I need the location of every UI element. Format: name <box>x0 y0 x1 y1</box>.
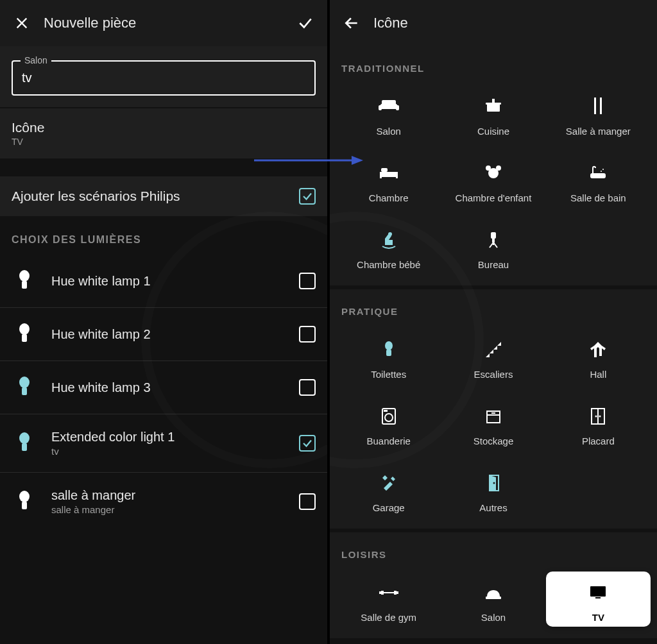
icon-label: Buanderie <box>366 436 410 446</box>
light-name: Hue white lamp 2 <box>51 327 299 342</box>
grid-loisirs: Salle de gymSalonTV <box>330 568 657 638</box>
lights-section-header: CHOIX DES LUMIÈRES <box>0 216 327 255</box>
light-row[interactable]: Hue white lamp 2 <box>0 307 327 360</box>
icon-option-washer[interactable]: Buanderie <box>336 395 441 450</box>
icon-label: Placard <box>582 436 615 446</box>
light-checkbox[interactable] <box>299 493 316 510</box>
icon-option-teddy[interactable]: Chambre d'enfant <box>441 152 545 207</box>
grid-traditionnel: SalonCuisineSalle à mangerChambreChambre… <box>330 81 657 285</box>
icon-option-fork[interactable]: Salle à manger <box>546 85 651 140</box>
icon-option-closet[interactable]: Placard <box>546 395 651 450</box>
light-row[interactable]: Hue white lamp 3 <box>0 360 327 414</box>
icon-label: Cuisine <box>477 126 509 137</box>
icon-label: Chambre bébé <box>357 259 420 270</box>
room-name-field[interactable]: Salon tv <box>12 60 316 96</box>
right-header: Icône <box>330 0 657 46</box>
confirm-icon[interactable] <box>296 14 314 32</box>
light-checkbox[interactable] <box>299 326 316 343</box>
icon-option-pot[interactable]: Cuisine <box>441 85 545 140</box>
svg-rect-36 <box>384 410 388 412</box>
svg-point-42 <box>595 416 597 418</box>
icon-option-bed[interactable]: Chambre <box>336 152 441 207</box>
bed-icon <box>377 159 400 187</box>
svg-rect-9 <box>22 502 27 509</box>
light-checkbox[interactable] <box>299 273 316 289</box>
light-row[interactable]: Hue white lamp 1 <box>0 255 327 307</box>
svg-rect-5 <box>22 387 27 395</box>
lounge-icon <box>482 579 505 607</box>
category-pratique: PRATIQUE <box>330 289 657 325</box>
light-name: Extended color light 1 <box>51 430 299 445</box>
washer-icon <box>377 402 400 430</box>
icon-option-bath[interactable]: Salle de bain <box>546 152 651 207</box>
icon-option-gym[interactable]: Salle de gym <box>336 572 441 627</box>
close-icon[interactable] <box>13 14 31 32</box>
scenario-row[interactable]: Ajouter les scénarios Philips <box>0 176 327 216</box>
icon-label: Salon <box>481 612 506 623</box>
light-name: salle à manger <box>51 488 299 503</box>
svg-point-27 <box>602 169 604 170</box>
light-checkbox[interactable] <box>299 435 316 452</box>
light-name: Hue white lamp 3 <box>51 380 299 395</box>
box-icon <box>482 402 505 430</box>
svg-rect-51 <box>486 597 501 599</box>
icon-option-sofa[interactable]: Salon <box>336 85 441 140</box>
svg-rect-11 <box>382 100 396 105</box>
svg-rect-22 <box>396 176 398 178</box>
page-title: Nouvelle pièce <box>44 15 136 31</box>
bulb-icon <box>12 323 37 345</box>
svg-point-25 <box>496 165 501 171</box>
svg-point-28 <box>601 171 602 172</box>
light-sub: salle à manger <box>51 504 299 515</box>
icon-label: Salle à manger <box>566 126 631 137</box>
icon-option-rocking[interactable]: Chambre bébé <box>336 219 441 274</box>
category-traditionnel: TRADITIONNEL <box>330 46 657 81</box>
stairs-icon <box>482 335 505 364</box>
icon-option-chair[interactable]: Bureau <box>441 219 545 274</box>
icon-label: TV <box>592 612 604 623</box>
bulb-icon <box>12 491 37 513</box>
svg-rect-15 <box>486 103 501 105</box>
bulb-icon <box>12 270 37 292</box>
icon-label: Salle de gym <box>361 612 416 623</box>
icon-row-label: Icône <box>12 120 316 135</box>
tv-icon <box>586 579 610 607</box>
light-row[interactable]: salle à mangersalle à manger <box>0 472 327 530</box>
icon-row-sub: TV <box>12 137 316 147</box>
back-icon[interactable] <box>343 14 361 32</box>
svg-point-8 <box>19 491 30 502</box>
svg-rect-12 <box>379 105 382 110</box>
scenario-checkbox[interactable] <box>299 188 316 205</box>
icon-label: Autres <box>479 502 507 513</box>
icon-option-stairs[interactable]: Escaliers <box>441 328 545 384</box>
page-title: Icône <box>373 15 408 31</box>
field-value: tv <box>22 71 305 85</box>
rocking-icon <box>377 226 400 254</box>
icon-option-lounge[interactable]: Salon <box>441 572 545 627</box>
light-row[interactable]: Extended color light 1tv <box>0 414 327 472</box>
field-legend: Salon <box>21 55 51 65</box>
svg-rect-14 <box>487 104 500 112</box>
svg-rect-52 <box>590 586 606 597</box>
light-sub: tv <box>51 446 299 457</box>
svg-point-35 <box>385 414 393 421</box>
svg-point-24 <box>486 165 491 171</box>
svg-rect-19 <box>380 172 398 177</box>
icon-label: Salon <box>376 126 400 137</box>
icon-row[interactable]: Icône TV <box>0 108 327 158</box>
light-checkbox[interactable] <box>299 379 316 396</box>
icon-label: Chambre <box>369 192 409 203</box>
svg-rect-33 <box>386 350 391 356</box>
gym-icon <box>377 579 400 607</box>
closet-icon <box>586 402 610 430</box>
icon-option-tools[interactable]: Garage <box>336 462 441 517</box>
icon-option-box[interactable]: Stockage <box>441 395 545 450</box>
new-room-panel: Nouvelle pièce Salon tv Icône TV Ajouter… <box>0 0 328 644</box>
svg-point-45 <box>493 482 495 484</box>
icon-option-coat[interactable]: Hall <box>546 328 651 384</box>
icon-option-tv[interactable]: TV <box>546 572 651 627</box>
icon-option-toilet[interactable]: Toilettes <box>336 328 441 384</box>
icon-option-door[interactable]: Autres <box>441 462 545 517</box>
svg-rect-39 <box>491 412 495 414</box>
svg-rect-53 <box>595 597 601 598</box>
